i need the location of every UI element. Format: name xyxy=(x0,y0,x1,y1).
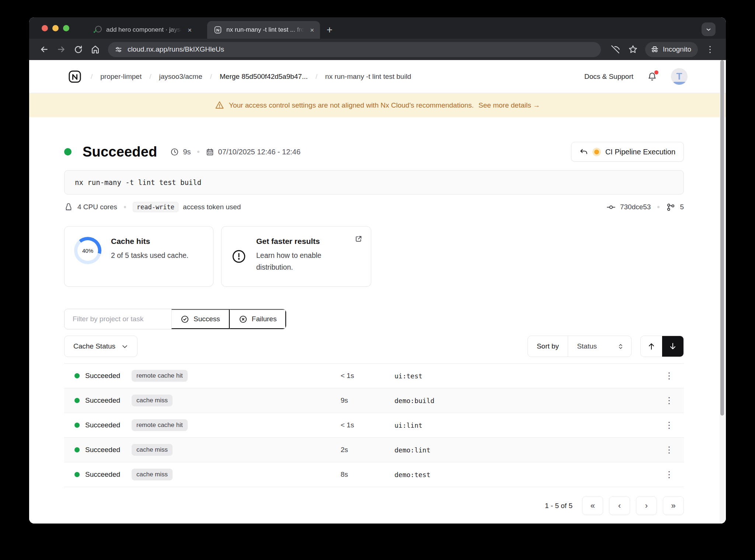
reload-button[interactable] xyxy=(70,42,86,57)
pagination-label: 1 - 5 of 5 xyxy=(545,502,573,510)
row-menu-button[interactable]: ⋮ xyxy=(662,393,676,408)
task-name: ui:test xyxy=(394,372,422,380)
nx-logo[interactable] xyxy=(68,70,82,84)
notifications-button[interactable] xyxy=(647,72,657,81)
cache-badge: remote cache hit xyxy=(132,370,188,382)
check-circle-icon xyxy=(181,315,189,323)
breadcrumb-commit[interactable]: Merge 85d500f42d5a9b47... xyxy=(220,73,308,81)
warning-icon xyxy=(215,101,224,110)
status-dot xyxy=(74,447,80,452)
chevron-down-icon xyxy=(121,343,128,350)
commit-sha[interactable]: 730dce53 xyxy=(620,203,651,211)
url-text: cloud.nx.app/runs/BkIXGHleUs xyxy=(128,45,224,53)
last-page-button[interactable]: » xyxy=(663,496,684,515)
breadcrumb-workspace[interactable]: proper-limpet xyxy=(100,73,142,81)
task-duration: < 1s xyxy=(341,421,354,429)
row-menu-button[interactable]: ⋮ xyxy=(662,442,676,457)
sort-by-label: Sort by xyxy=(528,342,568,350)
tab-nx-run[interactable]: nx run-many -t lint test ... fro × xyxy=(207,21,320,39)
eye-off-icon[interactable] xyxy=(608,42,623,57)
tab-pull-request[interactable]: ✓ add hero component · jaysoo × xyxy=(87,21,198,39)
table-row[interactable]: Succeeded cache miss 2s demo:lint ⋮ xyxy=(64,438,684,462)
row-menu-button[interactable]: ⋮ xyxy=(662,467,676,482)
tab-strip: ✓ add hero component · jaysoo × nx run-m… xyxy=(29,17,726,39)
failures-filter-button[interactable]: Failures xyxy=(230,309,286,329)
avatar[interactable]: T xyxy=(671,68,688,85)
address-bar[interactable]: cloud.nx.app/runs/BkIXGHleUs xyxy=(108,42,601,57)
task-duration: 9s xyxy=(341,396,348,405)
filter-bar: Success Failures xyxy=(64,309,286,329)
run-status-row: Succeeded 9s 07/10/2025 12:46 - 12:46 CI… xyxy=(64,142,684,162)
success-filter-button[interactable]: Success xyxy=(171,309,230,329)
incognito-icon xyxy=(650,45,659,54)
card-title: Cache hits xyxy=(111,237,188,246)
status-dot xyxy=(74,472,80,477)
distribution-card[interactable]: Get faster results Learn how to enable d… xyxy=(221,226,371,287)
nx-cloud-page: / proper-limpet / jaysoo3/acme / Merge 8… xyxy=(29,60,726,524)
sort-select[interactable]: Sort by Status xyxy=(528,336,632,357)
breadcrumb-repo[interactable]: jaysoo3/acme xyxy=(159,73,202,81)
branch-icon xyxy=(666,203,675,212)
tab-title: nx run-many -t lint test ... fro xyxy=(226,26,306,34)
cache-badge: cache miss xyxy=(132,444,173,456)
table-row[interactable]: Succeeded cache miss 9s demo:build ⋮ xyxy=(64,388,684,413)
scrollbar-track[interactable] xyxy=(720,60,725,524)
card-title: Get faster results xyxy=(256,237,345,246)
see-more-details-link[interactable]: See more details → xyxy=(479,101,540,109)
row-menu-button[interactable]: ⋮ xyxy=(662,368,676,383)
separator xyxy=(657,206,660,208)
run-command-box: nx run-many -t lint test build xyxy=(64,170,684,195)
bookmark-star-icon[interactable] xyxy=(625,42,641,57)
home-button[interactable] xyxy=(87,42,103,57)
cache-status-dropdown[interactable]: Cache Status xyxy=(64,336,138,357)
run-command: nx run-many -t lint test build xyxy=(75,178,201,186)
nx-favicon-icon xyxy=(214,26,222,34)
incognito-badge: Incognito xyxy=(645,42,698,57)
browser-menu-button[interactable]: ⋮ xyxy=(702,42,718,57)
sort-desc-button[interactable] xyxy=(662,336,683,357)
row-menu-button[interactable]: ⋮ xyxy=(662,418,676,433)
scrollbar-thumb[interactable] xyxy=(720,60,724,416)
new-tab-button[interactable]: + xyxy=(327,25,333,35)
pipeline-status-dot xyxy=(594,150,599,154)
filter-input[interactable] xyxy=(65,309,171,329)
table-row[interactable]: Succeeded remote cache hit < 1s ui:test … xyxy=(64,364,684,388)
status-dot xyxy=(64,148,72,155)
first-page-button[interactable]: « xyxy=(582,496,603,515)
forward-button[interactable] xyxy=(53,42,69,57)
ci-pipeline-execution-button[interactable]: CI Pipeline Execution xyxy=(571,142,684,162)
table-row[interactable]: Succeeded cache miss 8s demo:test ⋮ xyxy=(64,462,684,487)
commit-icon xyxy=(606,203,616,212)
close-tab-icon[interactable]: × xyxy=(188,27,192,34)
run-duration: 9s xyxy=(183,148,191,156)
close-window-button[interactable] xyxy=(42,25,48,31)
minimize-window-button[interactable] xyxy=(52,25,59,31)
task-name: demo:test xyxy=(394,471,431,479)
cache-badge: remote cache hit xyxy=(132,419,188,431)
browser-window: ✓ add hero component · jaysoo × nx run-m… xyxy=(29,17,726,524)
next-page-button[interactable]: › xyxy=(636,496,657,515)
external-link-icon[interactable] xyxy=(355,235,363,243)
clock-icon xyxy=(170,148,179,156)
sort-asc-button[interactable] xyxy=(641,336,662,357)
breadcrumb-run[interactable]: nx run-many -t lint test build xyxy=(325,73,411,81)
breadcrumb: / proper-limpet / jaysoo3/acme / Merge 8… xyxy=(91,73,411,81)
status-dot xyxy=(74,398,80,403)
table-row[interactable]: Succeeded remote cache hit < 1s ui:lint … xyxy=(64,413,684,438)
task-name: ui:lint xyxy=(394,421,422,429)
calendar-icon xyxy=(206,148,214,156)
back-button[interactable] xyxy=(36,42,52,57)
docs-support-link[interactable]: Docs & Support xyxy=(584,73,633,81)
cache-badge: cache miss xyxy=(132,395,173,406)
undo-icon xyxy=(580,148,588,156)
tab-title: add hero component · jaysoo xyxy=(106,26,183,34)
maximize-window-button[interactable] xyxy=(63,25,69,31)
close-tab-icon[interactable]: × xyxy=(310,27,314,34)
site-settings-icon[interactable] xyxy=(115,46,122,53)
prev-page-button[interactable]: ‹ xyxy=(609,496,630,515)
tab-search-button[interactable] xyxy=(702,22,716,36)
warning-message: Your access control settings are not ali… xyxy=(229,101,474,109)
sort-value[interactable]: Status xyxy=(568,336,631,357)
run-status: Succeeded xyxy=(83,144,157,160)
site-header: / proper-limpet / jaysoo3/acme / Merge 8… xyxy=(29,60,726,93)
